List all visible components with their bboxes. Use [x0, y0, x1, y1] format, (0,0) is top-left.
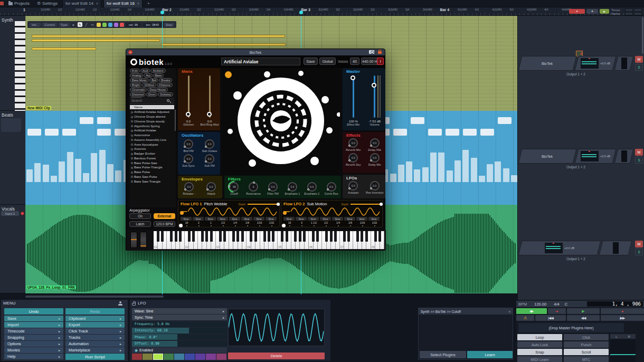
track-controls-tab[interactable]: [1, 118, 21, 132]
flow-name[interactable]: Sub Motion: [307, 202, 327, 206]
shape-button-sine[interactable]: Sine: [283, 217, 295, 221]
black-key[interactable]: [232, 231, 235, 242]
black-key[interactable]: [316, 231, 319, 242]
slider-effect-mix[interactable]: 100 %Effect Mix: [343, 75, 364, 126]
preset-item-avionics[interactable]: ⚙Avionics: [130, 147, 174, 151]
play-button[interactable]: ▶: [567, 308, 600, 314]
new-tab-button[interactable]: +: [145, 0, 153, 7]
knob-reverb-mix[interactable]: 0.0: [348, 138, 358, 148]
play-from-start-button[interactable]: ▪▶: [516, 308, 547, 314]
black-key[interactable]: [170, 231, 173, 242]
black-key[interactable]: [157, 231, 159, 242]
output-label[interactable]: Output 1 + 2: [539, 257, 613, 261]
run-script-button[interactable]: Run Script: [65, 354, 125, 360]
delete-marker-button[interactable]: +: [569, 9, 585, 14]
black-key[interactable]: [286, 231, 288, 242]
velocity-value[interactable]: vel: 96: [126, 23, 141, 27]
settings-tab[interactable]: ⚙Settings: [34, 0, 60, 7]
tag-chiptune[interactable]: Chiptune: [157, 83, 173, 87]
menu-item-tracks[interactable]: Tracks▸: [65, 335, 125, 340]
shape-button-sine[interactable]: Sine: [356, 217, 367, 221]
rate-tick[interactable]: 16: [283, 221, 296, 224]
preset-item-bass-pulse[interactable]: ⚙Bass Pulse: [130, 170, 174, 175]
preset-item-autumn-assembly-line[interactable]: ⚙Autumn Assembly Line: [130, 138, 174, 142]
tempo-field-2[interactable]: [634, 8, 642, 12]
preset-item-bamboo-forest[interactable]: ⚙Bamboo Forest: [130, 156, 174, 161]
preset-list-scrollbar[interactable]: [175, 110, 176, 131]
black-key[interactable]: [161, 231, 164, 242]
knob-emphasis-2[interactable]: 0.0: [307, 182, 317, 192]
knob-delay-fbk[interactable]: 0.0: [370, 138, 380, 148]
close-tab-icon[interactable]: ×: [96, 2, 98, 5]
toggle-scroll[interactable]: Scroll: [564, 349, 609, 355]
rewind-button[interactable]: ◀◀: [567, 315, 600, 321]
tag-8-bit[interactable]: 8-bit: [130, 69, 140, 73]
arp-bpm-button[interactable]: 120.0 BPM: [154, 221, 175, 227]
fast-forward-button[interactable]: ▶▶: [601, 315, 644, 321]
marker-field-1[interactable]: [625, 12, 633, 15]
undo-button[interactable]: Undo: [4, 308, 63, 315]
shape-button-sine[interactable]: Sine: [205, 217, 216, 221]
toggle-auto-lock[interactable]: Auto Lock: [517, 341, 562, 348]
midi-note[interactable]: [32, 35, 285, 37]
slider-handle[interactable]: [372, 83, 376, 88]
piano-roll-keys[interactable]: [15, 21, 25, 111]
return-to-start-button[interactable]: |◀◀: [535, 315, 566, 321]
knob-bird-fm[interactable]: 0.0: [184, 139, 193, 149]
toggle-mtc[interactable]: MTC: [564, 356, 609, 362]
step-block[interactable]: [411, 117, 424, 124]
menu-item-click-track[interactable]: Click Track▸: [65, 328, 125, 334]
tag-distorted[interactable]: Distorted: [130, 92, 146, 97]
black-key[interactable]: [254, 231, 257, 242]
lfo-row-frequency[interactable]: Frequency: 5.0 Hz: [132, 321, 227, 327]
step-block[interactable]: [446, 129, 459, 136]
lfo-row-sync[interactable]: Sync: Time▸: [132, 315, 227, 320]
rate-tick[interactable]: 1: [205, 221, 217, 224]
preset-item-badger-emitter[interactable]: ⚙Badger Emitter: [130, 151, 174, 156]
rate-tick[interactable]: 1/16: [253, 221, 266, 224]
enabled-toggle[interactable]: ◉Enabled: [132, 347, 227, 353]
step-block[interactable]: [498, 117, 512, 124]
step-block[interactable]: [480, 129, 494, 136]
slider-handle[interactable]: [207, 112, 212, 117]
search-input[interactable]: [130, 99, 167, 102]
black-key[interactable]: [281, 231, 283, 242]
color-swatch[interactable]: [164, 354, 174, 360]
black-key[interactable]: [330, 231, 333, 242]
master-plugins-dropzone[interactable]: (Drop Master Plugins Here): [518, 323, 624, 332]
tag-dubstep[interactable]: Dubstep: [158, 92, 173, 97]
step-block[interactable]: [97, 129, 111, 136]
save-button[interactable]: Save: [304, 58, 318, 65]
knob-filter-fm[interactable]: 0.0: [268, 182, 278, 192]
rate-tick[interactable]: 1/32: [368, 221, 381, 224]
shape-button-sine[interactable]: Sine: [320, 217, 331, 221]
black-key[interactable]: [192, 231, 195, 242]
knob-reverb-dcy[interactable]: 0.0: [348, 153, 358, 163]
fader-slot[interactable]: [614, 56, 634, 71]
toggle-loop[interactable]: Loop: [517, 334, 562, 340]
mute-button[interactable]: M: [635, 149, 643, 156]
menu-item-timecode[interactable]: Timecode▸: [4, 328, 63, 334]
slider-bird-ring-mod[interactable]: 0.0Bird Ring Mod: [199, 75, 220, 126]
color-swatch-yellow[interactable]: [97, 23, 101, 27]
shape-button-sine[interactable]: Sine: [217, 217, 228, 221]
app-menu-icon[interactable]: [0, 2, 4, 5]
vocals-track-header[interactable]: Vocals Input 1: [0, 205, 25, 293]
add-marker-button[interactable]: +: [586, 9, 598, 14]
time-signature[interactable]: 4/4: [554, 302, 559, 307]
color-swatch-green[interactable]: [102, 23, 107, 27]
rate-tick[interactable]: 1/32: [266, 221, 278, 224]
slider-glitches[interactable]: 0.0Glitches: [178, 75, 199, 126]
fader-slot[interactable]: [614, 149, 634, 164]
warning-icon[interactable]: ⚠: [516, 315, 534, 321]
preset-item-chrome-drops-woody[interactable]: ⚙Chrome Drops woody: [130, 119, 174, 124]
pencil-tool-icon[interactable]: ✎: [78, 22, 82, 27]
color-swatch[interactable]: [195, 354, 205, 360]
record-punch-button[interactable]: ▪●: [548, 308, 566, 314]
color-swatch[interactable]: [174, 354, 184, 360]
biotek-plugin-slot[interactable]: BioTek: [518, 56, 577, 71]
rate-tick[interactable]: 1/2: [217, 221, 229, 224]
tag-deep-house[interactable]: Deep House: [147, 88, 168, 92]
scrollbar-thumb[interactable]: [25, 296, 164, 298]
black-key[interactable]: [325, 231, 328, 242]
